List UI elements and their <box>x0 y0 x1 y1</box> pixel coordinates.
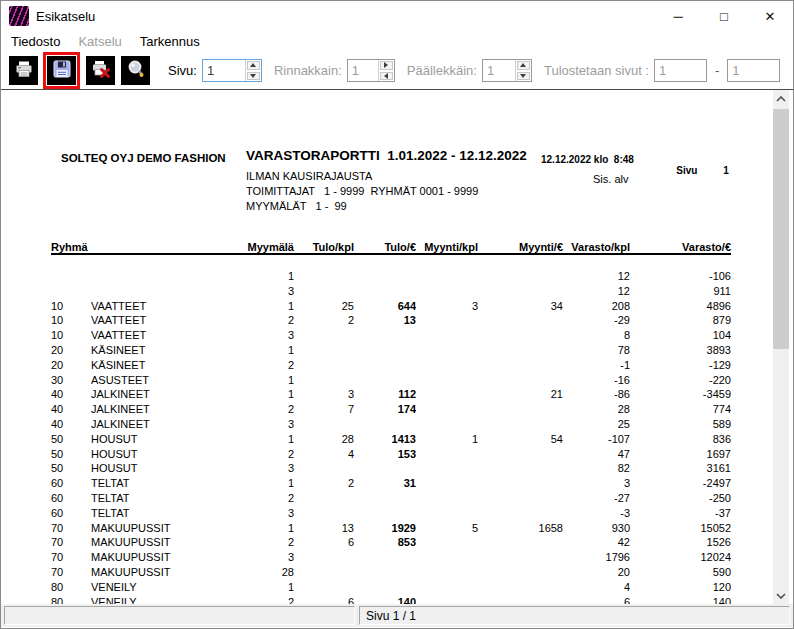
save-icon <box>52 59 72 82</box>
table-cell: 54 <box>478 432 563 447</box>
column-header: Varasto/€ <box>630 237 731 254</box>
menu-tiedosto[interactable]: Tiedosto <box>2 32 69 51</box>
toolbar: Sivu: 1 Rinnakkain: 1 Päällekkäin: 1 Tul… <box>1 52 793 90</box>
table-cell: 4 <box>294 447 354 462</box>
table-cell: 21 <box>478 387 563 402</box>
table-cell: 3 <box>231 417 294 432</box>
table-cell <box>294 417 354 432</box>
table-cell: HOUSUT <box>91 447 231 462</box>
spin-right-icon <box>380 61 393 70</box>
status-page-info: Sivu 1 / 1 <box>366 609 416 623</box>
menu-katselu: Katselu <box>69 32 130 51</box>
close-button[interactable]: ✕ <box>747 1 793 31</box>
table-cell <box>51 269 91 284</box>
table-cell: 174 <box>354 402 416 417</box>
save-button[interactable] <box>47 56 76 85</box>
table-cell: 10 <box>51 328 91 343</box>
table-cell: 80 <box>51 595 91 604</box>
table-cell: 78 <box>563 343 630 358</box>
table-cell: 112 <box>354 387 416 402</box>
spin-up-icon <box>517 61 530 70</box>
table-cell: 20 <box>563 565 630 580</box>
table-cell: 6 <box>563 595 630 604</box>
maximize-button[interactable]: □ <box>701 1 747 31</box>
table-cell <box>416 373 478 388</box>
table-cell: 40 <box>51 417 91 432</box>
table-cell <box>478 358 563 373</box>
table-cell: 60 <box>51 491 91 506</box>
table-cell <box>416 476 478 491</box>
table-cell <box>478 447 563 462</box>
table-cell: 70 <box>51 550 91 565</box>
table-cell <box>478 269 563 284</box>
table-cell <box>416 387 478 402</box>
report-season-filter: ILMAN KAUSIRAJAUSTA <box>246 170 372 182</box>
table-cell: 8 <box>563 328 630 343</box>
table-cell: KÄSINEET <box>91 343 231 358</box>
table-cell: VENEILY <box>91 595 231 604</box>
table-cell <box>354 358 416 373</box>
table-row: 40JALKINEET1311221-86-3459 <box>51 387 731 402</box>
table-cell: JALKINEET <box>91 402 231 417</box>
table-cell: 879 <box>630 313 731 328</box>
table-cell: 1 <box>231 521 294 536</box>
table-cell: 80 <box>51 580 91 595</box>
table-cell: 1658 <box>478 521 563 536</box>
table-cell <box>91 284 231 299</box>
table-cell: 2 <box>231 491 294 506</box>
print-pages-separator: - <box>715 63 719 78</box>
report-supplier-filter: TOIMITTAJAT 1 - 9999 RYHMÄT 0001 - 9999 <box>246 185 478 197</box>
table-cell: 2 <box>231 402 294 417</box>
table-cell <box>294 373 354 388</box>
app-logo-icon <box>9 6 29 26</box>
page-spinner[interactable]: 1 <box>202 59 262 82</box>
table-cell <box>354 284 416 299</box>
table-cell: -3 <box>563 506 630 521</box>
spin-left-icon <box>380 72 393 81</box>
table-cell: 1697 <box>630 447 731 462</box>
minimize-button[interactable]: ─ <box>655 1 701 31</box>
table-cell <box>478 417 563 432</box>
table-cell: -37 <box>630 506 731 521</box>
table-cell: VENEILY <box>91 580 231 595</box>
column-header: Tulo/€ <box>354 237 416 254</box>
table-cell: ASUSTEET <box>91 373 231 388</box>
scroll-down-icon[interactable] <box>773 587 789 604</box>
table-cell: -29 <box>563 313 630 328</box>
table-cell <box>416 447 478 462</box>
table-cell <box>478 328 563 343</box>
table-cell: MAKUUPUSSIT <box>91 565 231 580</box>
menu-tarkennus[interactable]: Tarkennus <box>131 32 209 51</box>
table-cell: 3 <box>231 328 294 343</box>
table-cell <box>294 580 354 595</box>
table-cell <box>478 373 563 388</box>
table-cell: MAKUUPUSSIT <box>91 521 231 536</box>
table-row: 60TELTAT2-27-250 <box>51 491 731 506</box>
table-cell: 208 <box>563 299 630 314</box>
table-row: 50HOUSUT3823161 <box>51 461 731 476</box>
print-pages-label: Tulostetaan sivut : <box>544 63 649 78</box>
print-button[interactable] <box>9 56 38 85</box>
column-header: Varasto/kpl <box>563 237 630 254</box>
table-row: 20KÄSINEET2-1-129 <box>51 358 731 373</box>
spin-down-icon[interactable] <box>247 72 260 81</box>
table-cell <box>294 284 354 299</box>
table-cell <box>354 461 416 476</box>
report-page-number: Sivu1 <box>654 154 729 187</box>
table-cell: 12024 <box>630 550 731 565</box>
scrollbar-thumb[interactable] <box>773 109 789 349</box>
scroll-up-icon[interactable] <box>773 90 789 107</box>
table-cell: TELTAT <box>91 506 231 521</box>
table-cell: 3 <box>231 550 294 565</box>
table-cell <box>354 328 416 343</box>
vertical-scrollbar[interactable] <box>773 90 789 604</box>
spin-up-icon[interactable] <box>247 61 260 70</box>
table-row: 70MAKUUPUSSIT26853421526 <box>51 535 731 550</box>
table-cell: -1 <box>563 358 630 373</box>
column-header: Myymälä <box>231 237 294 254</box>
zoom-button[interactable] <box>121 56 150 85</box>
table-row: 80VENEILY14120 <box>51 580 731 595</box>
menu-bar: Tiedosto Katselu Tarkennus <box>1 31 793 52</box>
table-cell: -2497 <box>630 476 731 491</box>
cancel-print-button[interactable] <box>86 56 115 85</box>
